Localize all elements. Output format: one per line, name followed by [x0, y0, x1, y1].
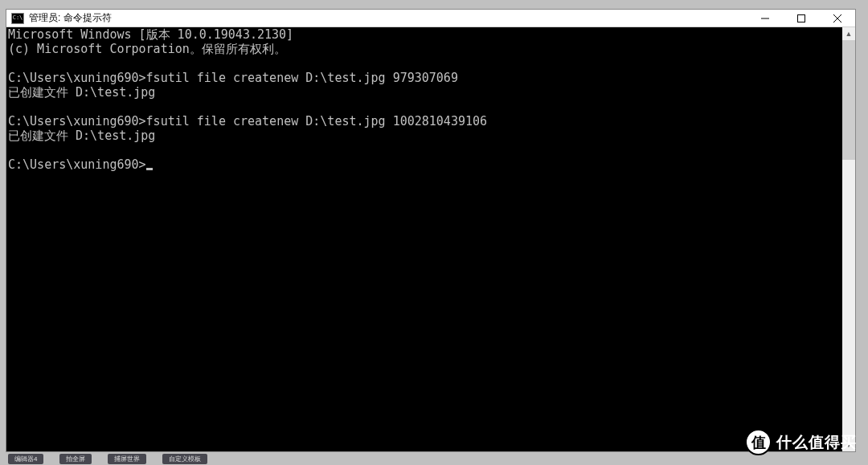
terminal-prompt[interactable]: C:\Users\xuning690> [8, 157, 841, 172]
cursor-icon [146, 168, 153, 170]
svg-rect-1 [797, 14, 805, 22]
terminal-line: C:\Users\xuning690>fsutil file createnew… [8, 114, 841, 128]
terminal-line [8, 143, 841, 157]
terminal-line: Microsoft Windows [版本 10.0.19043.2130] [8, 27, 841, 42]
close-button[interactable] [819, 10, 855, 27]
scrollbar[interactable]: ▲ ▼ [842, 27, 855, 451]
background-taskbar: 编辑器4 拍全屏 捕屏世界 自定义模板 [0, 453, 868, 465]
window-controls [747, 10, 855, 27]
scroll-up-arrow-icon[interactable]: ▲ [842, 27, 855, 40]
terminal-line [8, 56, 841, 71]
taskbar-item: 拍全屏 [59, 454, 92, 464]
terminal-line: 已创建文件 D:\test.jpg [8, 128, 841, 143]
scroll-thumb[interactable] [842, 40, 855, 160]
window-title: 管理员: 命令提示符 [29, 11, 747, 25]
watermark-logo-icon: 值 [745, 429, 772, 455]
taskbar-item: 自定义模板 [162, 454, 207, 464]
scroll-track[interactable] [842, 40, 855, 438]
terminal-line [8, 100, 841, 114]
watermark: 值 什么值得买 [745, 429, 857, 455]
terminal-output[interactable]: Microsoft Windows [版本 10.0.19043.2130](c… [6, 27, 842, 451]
terminal-container: Microsoft Windows [版本 10.0.19043.2130](c… [6, 27, 855, 451]
minimize-button[interactable] [747, 10, 783, 27]
cmd-window: C:\ 管理员: 命令提示符 Microsoft Windows [版本 10.… [6, 9, 856, 452]
terminal-line: C:\Users\xuning690>fsutil file createnew… [8, 71, 841, 85]
titlebar[interactable]: C:\ 管理员: 命令提示符 [6, 10, 855, 27]
terminal-line: 已创建文件 D:\test.jpg [8, 85, 841, 100]
taskbar-item: 编辑器4 [8, 454, 43, 464]
terminal-line: (c) Microsoft Corporation。保留所有权利。 [8, 42, 841, 56]
watermark-text: 什么值得买 [776, 432, 857, 453]
taskbar-item: 捕屏世界 [108, 454, 146, 464]
maximize-button[interactable] [783, 10, 819, 27]
cmd-icon: C:\ [11, 13, 24, 24]
